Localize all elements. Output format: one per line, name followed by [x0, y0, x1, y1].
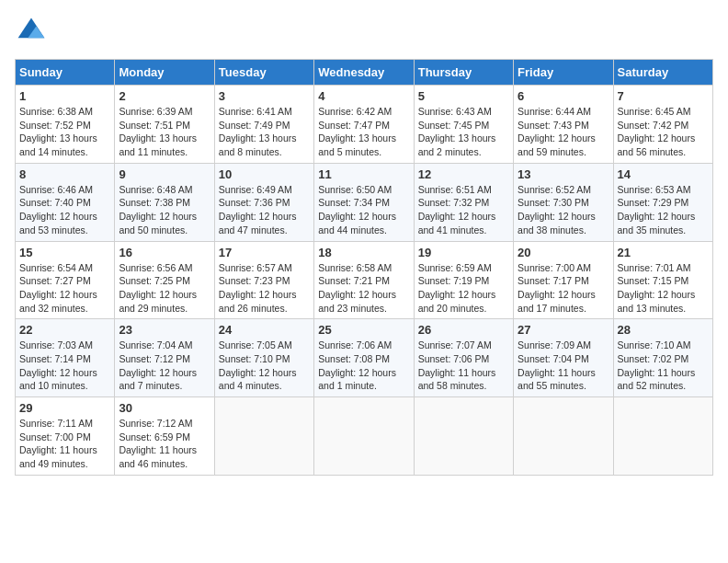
day-number: 30 [119, 401, 210, 415]
calendar-cell: 30 Sunrise: 7:12 AM Sunset: 6:59 PM Dayl… [115, 397, 214, 476]
day-number: 29 [19, 401, 110, 415]
day-number: 15 [19, 246, 110, 259]
day-number: 13 [518, 167, 609, 181]
weekday-header: Saturday [613, 60, 712, 86]
calendar-cell: 21 Sunrise: 7:01 AM Sunset: 7:15 PM Dayl… [613, 241, 712, 319]
day-number: 20 [518, 246, 609, 259]
calendar-cell [414, 397, 513, 476]
cell-info: Sunrise: 7:10 AM Sunset: 7:02 PM Dayligh… [618, 339, 709, 393]
weekday-header: Wednesday [314, 60, 414, 86]
day-number: 11 [318, 167, 409, 181]
calendar-cell: 7 Sunrise: 6:45 AM Sunset: 7:42 PM Dayli… [613, 86, 712, 164]
calendar-cell [214, 397, 313, 476]
day-number: 26 [418, 323, 509, 337]
calendar-cell: 23 Sunrise: 7:04 AM Sunset: 7:12 PM Dayl… [115, 319, 214, 397]
cell-info: Sunrise: 7:00 AM Sunset: 7:17 PM Dayligh… [518, 261, 609, 316]
calendar-cell: 26 Sunrise: 7:07 AM Sunset: 7:06 PM Dayl… [414, 319, 513, 397]
calendar-cell: 13 Sunrise: 6:52 AM Sunset: 7:30 PM Dayl… [514, 163, 613, 241]
cell-info: Sunrise: 6:59 AM Sunset: 7:19 PM Dayligh… [418, 261, 509, 316]
cell-info: Sunrise: 6:56 AM Sunset: 7:25 PM Dayligh… [119, 261, 210, 316]
day-number: 2 [119, 89, 210, 103]
day-number: 28 [618, 323, 709, 337]
day-number: 8 [19, 167, 110, 181]
calendar-cell [613, 397, 712, 476]
calendar-cell: 14 Sunrise: 6:53 AM Sunset: 7:29 PM Dayl… [613, 163, 712, 241]
cell-info: Sunrise: 6:51 AM Sunset: 7:32 PM Dayligh… [418, 183, 509, 237]
calendar-cell [514, 397, 613, 476]
day-number: 4 [318, 89, 409, 103]
day-number: 18 [318, 246, 409, 259]
weekday-header: Thursday [414, 60, 513, 86]
cell-info: Sunrise: 6:52 AM Sunset: 7:30 PM Dayligh… [518, 183, 609, 237]
calendar-cell: 8 Sunrise: 6:46 AM Sunset: 7:40 PM Dayli… [16, 163, 115, 241]
cell-info: Sunrise: 6:39 AM Sunset: 7:51 PM Dayligh… [119, 105, 210, 159]
calendar-cell: 10 Sunrise: 6:49 AM Sunset: 7:36 PM Dayl… [214, 163, 313, 241]
calendar-cell: 24 Sunrise: 7:05 AM Sunset: 7:10 PM Dayl… [214, 319, 313, 397]
calendar-week-row: 29 Sunrise: 7:11 AM Sunset: 7:00 PM Dayl… [16, 397, 713, 476]
calendar-cell: 1 Sunrise: 6:38 AM Sunset: 7:52 PM Dayli… [16, 86, 115, 164]
calendar-cell: 2 Sunrise: 6:39 AM Sunset: 7:51 PM Dayli… [115, 86, 214, 164]
cell-info: Sunrise: 6:50 AM Sunset: 7:34 PM Dayligh… [318, 183, 409, 237]
calendar-table: SundayMondayTuesdayWednesdayThursdayFrid… [15, 59, 713, 476]
cell-info: Sunrise: 6:41 AM Sunset: 7:49 PM Dayligh… [219, 105, 310, 159]
day-number: 25 [318, 323, 409, 337]
day-number: 3 [219, 89, 310, 103]
weekday-header: Friday [514, 60, 613, 86]
calendar-cell [314, 397, 414, 476]
cell-info: Sunrise: 7:09 AM Sunset: 7:04 PM Dayligh… [518, 339, 609, 393]
calendar-cell: 25 Sunrise: 7:06 AM Sunset: 7:08 PM Dayl… [314, 319, 414, 397]
cell-info: Sunrise: 7:12 AM Sunset: 6:59 PM Dayligh… [119, 417, 210, 471]
cell-info: Sunrise: 6:42 AM Sunset: 7:47 PM Dayligh… [318, 105, 409, 159]
day-number: 24 [219, 323, 310, 337]
day-number: 27 [518, 323, 609, 337]
cell-info: Sunrise: 6:58 AM Sunset: 7:21 PM Dayligh… [318, 261, 409, 316]
page-header [15, 15, 713, 48]
weekday-header: Monday [115, 60, 214, 86]
cell-info: Sunrise: 7:03 AM Sunset: 7:14 PM Dayligh… [19, 339, 110, 393]
cell-info: Sunrise: 6:43 AM Sunset: 7:45 PM Dayligh… [418, 105, 509, 159]
calendar-cell: 29 Sunrise: 7:11 AM Sunset: 7:00 PM Dayl… [16, 397, 115, 476]
calendar-cell: 18 Sunrise: 6:58 AM Sunset: 7:21 PM Dayl… [314, 241, 414, 319]
calendar-cell: 19 Sunrise: 6:59 AM Sunset: 7:19 PM Dayl… [414, 241, 513, 319]
cell-info: Sunrise: 7:11 AM Sunset: 7:00 PM Dayligh… [19, 417, 110, 471]
cell-info: Sunrise: 7:04 AM Sunset: 7:12 PM Dayligh… [119, 339, 210, 393]
calendar-cell: 17 Sunrise: 6:57 AM Sunset: 7:23 PM Dayl… [214, 241, 313, 319]
logo [15, 15, 51, 48]
day-number: 21 [618, 246, 709, 259]
calendar-cell: 9 Sunrise: 6:48 AM Sunset: 7:38 PM Dayli… [115, 163, 214, 241]
day-number: 12 [418, 167, 509, 181]
calendar-cell: 15 Sunrise: 6:54 AM Sunset: 7:27 PM Dayl… [16, 241, 115, 319]
day-number: 16 [119, 246, 210, 259]
calendar-cell: 6 Sunrise: 6:44 AM Sunset: 7:43 PM Dayli… [514, 86, 613, 164]
calendar-cell: 11 Sunrise: 6:50 AM Sunset: 7:34 PM Dayl… [314, 163, 414, 241]
day-number: 14 [618, 167, 709, 181]
day-number: 9 [119, 167, 210, 181]
day-number: 17 [219, 246, 310, 259]
cell-info: Sunrise: 6:57 AM Sunset: 7:23 PM Dayligh… [219, 261, 310, 316]
calendar-cell: 12 Sunrise: 6:51 AM Sunset: 7:32 PM Dayl… [414, 163, 513, 241]
calendar-cell: 5 Sunrise: 6:43 AM Sunset: 7:45 PM Dayli… [414, 86, 513, 164]
cell-info: Sunrise: 6:45 AM Sunset: 7:42 PM Dayligh… [618, 105, 709, 159]
cell-info: Sunrise: 7:01 AM Sunset: 7:15 PM Dayligh… [618, 261, 709, 316]
cell-info: Sunrise: 6:48 AM Sunset: 7:38 PM Dayligh… [119, 183, 210, 237]
day-number: 23 [119, 323, 210, 337]
cell-info: Sunrise: 7:05 AM Sunset: 7:10 PM Dayligh… [219, 339, 310, 393]
cell-info: Sunrise: 6:38 AM Sunset: 7:52 PM Dayligh… [19, 105, 110, 159]
calendar-week-row: 8 Sunrise: 6:46 AM Sunset: 7:40 PM Dayli… [16, 163, 713, 241]
day-number: 6 [518, 89, 609, 103]
calendar-cell: 22 Sunrise: 7:03 AM Sunset: 7:14 PM Dayl… [16, 319, 115, 397]
cell-info: Sunrise: 6:54 AM Sunset: 7:27 PM Dayligh… [19, 261, 110, 316]
day-number: 7 [618, 89, 709, 103]
calendar-cell: 27 Sunrise: 7:09 AM Sunset: 7:04 PM Dayl… [514, 319, 613, 397]
cell-info: Sunrise: 6:46 AM Sunset: 7:40 PM Dayligh… [19, 183, 110, 237]
day-number: 19 [418, 246, 509, 259]
cell-info: Sunrise: 6:44 AM Sunset: 7:43 PM Dayligh… [518, 105, 609, 159]
day-number: 22 [19, 323, 110, 337]
cell-info: Sunrise: 7:06 AM Sunset: 7:08 PM Dayligh… [318, 339, 409, 393]
weekday-header: Tuesday [214, 60, 313, 86]
calendar-week-row: 1 Sunrise: 6:38 AM Sunset: 7:52 PM Dayli… [16, 86, 713, 164]
calendar-cell: 4 Sunrise: 6:42 AM Sunset: 7:47 PM Dayli… [314, 86, 414, 164]
cell-info: Sunrise: 7:07 AM Sunset: 7:06 PM Dayligh… [418, 339, 509, 393]
calendar-week-row: 22 Sunrise: 7:03 AM Sunset: 7:14 PM Dayl… [16, 319, 713, 397]
day-number: 10 [219, 167, 310, 181]
